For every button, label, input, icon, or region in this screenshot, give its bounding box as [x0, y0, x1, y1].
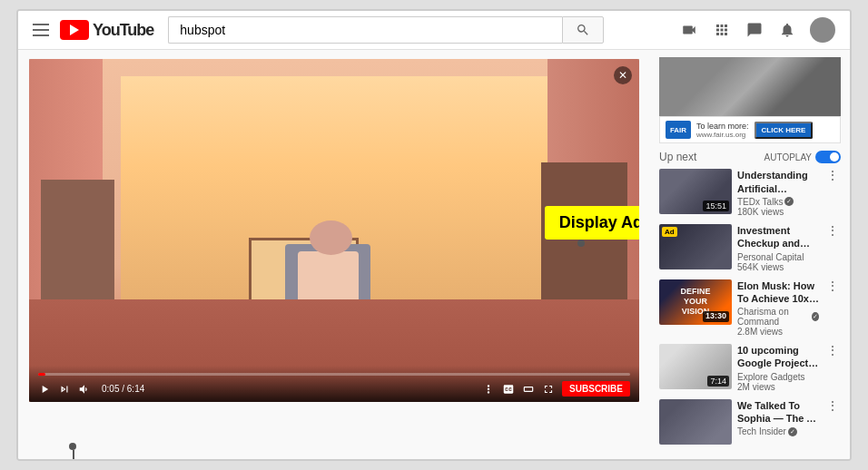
video-list: 15:51 Understanding Artificial Intellige… — [659, 169, 841, 444]
video-meta: Understanding Artificial Intelligence an… — [737, 169, 819, 217]
video-thumbnail: Ad — [659, 224, 732, 269]
click-here-button[interactable]: CLICK HERE — [755, 122, 814, 139]
video-meta: We Talked To Sophia — The AI Robot That … — [737, 399, 819, 437]
featured-video-line — [73, 450, 74, 461]
thumb-duration: 7:14 — [707, 376, 729, 387]
settings-button[interactable] — [482, 383, 495, 396]
ad-banner-image — [659, 57, 841, 116]
video-player[interactable]: ✕ Display Ad — [29, 59, 639, 402]
list-item[interactable]: 7:14 10 upcoming Google Projects ! Explo… — [659, 344, 841, 392]
video-controls: 0:05 / 6:14 — [29, 366, 639, 402]
header-right — [679, 17, 835, 43]
video-channel: Charisma on Command ✓ — [737, 307, 819, 327]
thumb-duration: 13:30 — [703, 311, 729, 322]
video-menu-button[interactable]: ⋮ — [824, 344, 841, 357]
search-button[interactable] — [562, 16, 604, 44]
autoplay-row: AUTOPLAY — [764, 151, 841, 163]
video-title: Elon Musk: How To Achieve 10x More Than … — [737, 279, 819, 306]
video-thumbnail: 15:51 — [659, 169, 732, 214]
fullscreen-button[interactable] — [542, 383, 555, 396]
video-views: 2M views — [737, 382, 819, 392]
video-channel: Personal Capital — [737, 252, 819, 262]
fair-logo-text: FAIR — [670, 126, 686, 134]
video-title: We Talked To Sophia — The AI Robot That … — [737, 399, 819, 426]
play-button[interactable] — [38, 383, 51, 396]
video-menu-button[interactable]: ⋮ — [824, 279, 841, 292]
verified-icon: ✓ — [784, 197, 794, 206]
youtube-logo-icon — [60, 20, 89, 40]
captions-button[interactable] — [502, 383, 515, 396]
video-title: Investment Checkup and 401k Fee Analyzer… — [737, 224, 819, 250]
featured-video-dot — [69, 443, 76, 450]
hamburger-menu[interactable] — [33, 24, 49, 36]
time-display: 0:05 / 6:14 — [102, 384, 144, 394]
search-bar — [168, 16, 604, 44]
list-item[interactable]: Ad Investment Checkup and 401k Fee Analy… — [659, 224, 841, 272]
avatar[interactable] — [810, 17, 835, 43]
youtube-header: YouTube — [18, 11, 850, 50]
search-input[interactable] — [168, 16, 562, 44]
video-meta: Investment Checkup and 401k Fee Analyzer… — [737, 224, 819, 272]
apps-icon[interactable] — [712, 20, 732, 40]
youtube-logo[interactable]: YouTube — [60, 20, 153, 40]
video-title: Understanding Artificial Intelligence an… — [737, 169, 819, 195]
fair-logo: FAIR — [666, 121, 691, 139]
theater-mode-button[interactable] — [522, 383, 535, 396]
sidebar: FAIR To learn more: www.fair.us.org CLIC… — [650, 50, 850, 458]
featured-video-area: Featured Video — [45, 443, 175, 461]
autoplay-text: AUTOPLAY — [764, 152, 812, 162]
display-ad-label: Display Ad — [545, 206, 639, 240]
video-meta: 10 upcoming Google Projects ! Explore Ga… — [737, 344, 819, 392]
person-head — [310, 220, 352, 255]
video-views: 180K views — [737, 207, 819, 217]
video-channel: Tech Insider ✓ — [737, 426, 819, 436]
video-views: 2.8M views — [737, 327, 819, 337]
controls-row: 0:05 / 6:14 — [38, 381, 630, 397]
youtube-logo-text: YouTube — [93, 21, 153, 40]
video-views: 564K views — [737, 262, 819, 272]
header-left: YouTube — [33, 20, 153, 40]
video-title: 10 upcoming Google Projects ! — [737, 344, 819, 370]
ad-banner — [659, 57, 841, 116]
sidebar-ad: FAIR To learn more: www.fair.us.org CLIC… — [659, 57, 841, 143]
callout-dot — [577, 240, 585, 247]
video-menu-button[interactable]: ⋮ — [824, 169, 841, 181]
video-channel: Explore Gadgets — [737, 372, 819, 382]
video-camera-icon[interactable] — [679, 20, 699, 40]
thumb-duration: 15:51 — [703, 201, 729, 211]
ad-badge: Ad — [662, 227, 677, 237]
video-area: ✕ Display Ad — [18, 50, 650, 458]
video-thumbnail: DEFINE YOUR VISION 13:30 — [659, 279, 732, 325]
message-icon[interactable] — [745, 20, 764, 40]
verified-icon: ✓ — [788, 427, 797, 436]
list-item[interactable]: DEFINE YOUR VISION 13:30 Elon Musk: How … — [659, 279, 841, 338]
video-menu-button[interactable]: ⋮ — [824, 224, 841, 237]
volume-button[interactable] — [78, 383, 91, 396]
browser-window: YouTube — [16, 9, 852, 460]
notification-icon[interactable] — [777, 20, 797, 40]
up-next-label: Up next — [659, 151, 696, 163]
ad-url: www.fair.us.org — [696, 131, 749, 139]
video-menu-button[interactable]: ⋮ — [824, 399, 841, 412]
video-thumbnail: 7:14 — [659, 344, 732, 389]
progress-bar[interactable] — [38, 373, 630, 376]
progress-fill — [38, 373, 45, 376]
video-thumbnail — [659, 399, 732, 445]
list-item[interactable]: 15:51 Understanding Artificial Intellige… — [659, 169, 841, 217]
verified-icon: ✓ — [812, 312, 819, 321]
ad-info-row: FAIR To learn more: www.fair.us.org CLIC… — [659, 116, 841, 143]
video-meta: Elon Musk: How To Achieve 10x More Than … — [737, 279, 819, 338]
video-channel: TEDx Talks ✓ — [737, 197, 819, 207]
search-icon — [576, 23, 590, 37]
display-ad-callout: Display Ad — [545, 206, 639, 247]
main-content: ✕ Display Ad — [18, 50, 850, 458]
up-next-header: Up next AUTOPLAY — [659, 151, 841, 163]
autoplay-toggle[interactable] — [815, 151, 841, 163]
skip-button[interactable] — [58, 383, 71, 396]
controls-right: SUBSCRIBE — [482, 381, 630, 397]
subscribe-button[interactable]: SUBSCRIBE — [562, 381, 630, 397]
list-item[interactable]: We Talked To Sophia — The AI Robot That … — [659, 399, 841, 445]
ad-learn-text: To learn more: — [696, 122, 749, 131]
